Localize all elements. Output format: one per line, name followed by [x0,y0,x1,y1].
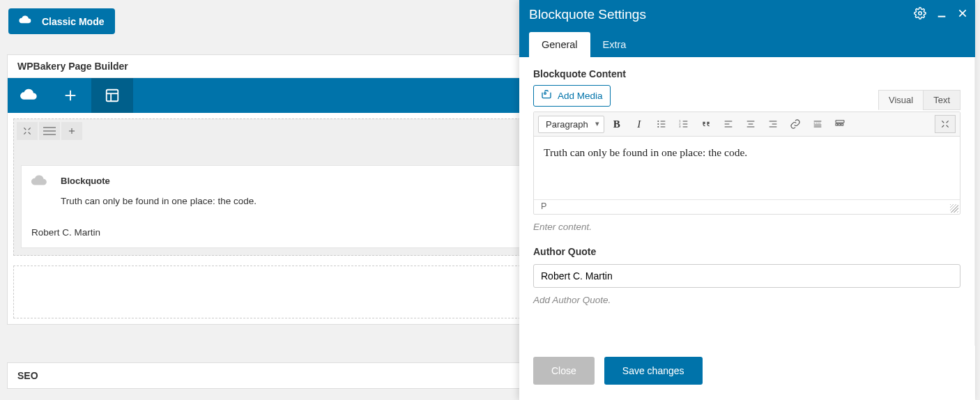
content-hint: Enter content. [533,222,960,232]
blockquote-element-icon [30,174,48,190]
author-hint: Add Author Quote. [533,295,960,305]
modal-header: Blockquote Settings General Extra [519,0,975,57]
svg-text:3: 3 [679,125,681,128]
classic-mode-button[interactable]: Classic Mode [8,8,115,34]
svg-point-19 [544,93,546,95]
editor-tab-visual[interactable]: Visual [878,90,924,110]
link-button[interactable] [786,115,805,133]
editor-status-path: P [534,199,960,214]
editor-toolbar: Paragraph B I 123 [534,112,960,137]
svg-point-22 [657,126,659,128]
row-drag-handle[interactable] [39,122,60,140]
align-center-button[interactable] [741,115,760,133]
align-right-button[interactable] [763,115,783,133]
toolbar-logo-button[interactable] [8,78,49,113]
gear-icon[interactable] [914,7,926,20]
italic-button[interactable]: I [629,115,649,133]
settings-modal: Blockquote Settings General Extra Blockq… [519,0,975,400]
add-media-label: Add Media [558,91,603,101]
author-input[interactable] [533,264,960,288]
svg-rect-2 [107,90,118,102]
svg-point-15 [919,12,922,15]
toolbar-add-button[interactable] [49,78,91,113]
align-left-button[interactable] [719,115,738,133]
editor-textarea[interactable]: Truth can only be found in one place: th… [534,137,960,199]
svg-point-21 [657,123,659,125]
tab-general[interactable]: General [529,32,590,57]
numbered-list-button[interactable]: 123 [674,115,694,133]
modal-title: Blockquote Settings [529,7,965,32]
close-button[interactable]: Close [533,357,595,385]
modal-footer: Close Save changes [519,346,975,400]
svg-point-20 [657,121,659,122]
svg-rect-47 [839,123,841,125]
bullet-list-button[interactable] [652,115,671,133]
paragraph-select[interactable]: Paragraph [538,116,604,133]
insert-more-button[interactable] [808,115,827,133]
svg-rect-45 [836,121,844,123]
close-icon[interactable] [957,8,968,19]
editor-tab-text[interactable]: Text [923,90,960,110]
toolbar-toggle-button[interactable] [830,115,850,133]
media-icon [541,89,552,102]
row-expand-handle[interactable] [17,122,38,140]
svg-rect-48 [841,123,843,125]
author-field-label: Author Quote [533,246,960,257]
cloud-icon [18,15,32,27]
svg-rect-46 [836,123,838,125]
save-button[interactable]: Save changes [604,357,703,385]
tab-extra[interactable]: Extra [590,32,639,57]
toolbar-template-button[interactable] [91,78,133,113]
blockquote-button[interactable] [696,115,716,133]
fullscreen-button[interactable] [935,115,956,133]
minimize-icon[interactable] [936,8,947,19]
bold-button[interactable]: B [607,115,627,133]
rich-editor: Paragraph B I 123 Truth can only be foun… [533,111,960,215]
modal-tabs: General Extra [529,32,965,57]
add-media-button[interactable]: Add Media [533,85,611,107]
resize-grip[interactable] [950,204,958,213]
classic-mode-label: Classic Mode [42,16,104,27]
content-field-label: Blockquote Content [533,68,960,79]
row-add-handle[interactable] [61,122,82,140]
modal-body: Blockquote Content Add Media Visual Text… [519,57,975,346]
